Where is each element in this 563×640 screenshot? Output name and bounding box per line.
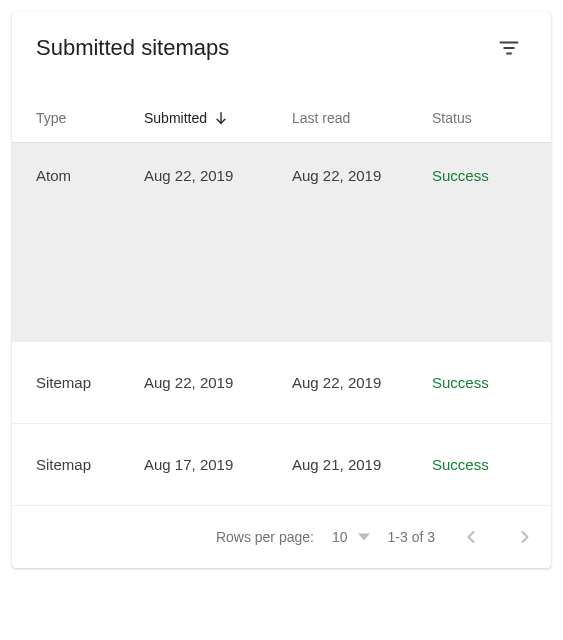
filter-button[interactable] — [491, 30, 527, 66]
cell-submitted: Aug 22, 2019 — [144, 374, 292, 391]
cell-status: Success — [432, 167, 551, 184]
cell-status: Success — [432, 374, 551, 391]
table-row[interactable]: Sitemap Aug 17, 2019 Aug 21, 2019 Succes… — [12, 424, 551, 506]
table-header-row: Type Submitted Last read Status — [12, 94, 551, 142]
column-header-submitted[interactable]: Submitted — [144, 110, 292, 126]
table-row[interactable]: Atom Aug 22, 2019 Aug 22, 2019 Success — [12, 142, 551, 342]
triangle-down-icon — [358, 531, 370, 543]
cell-type: Sitemap — [36, 456, 144, 473]
column-header-label: Type — [36, 110, 66, 126]
prev-page-button[interactable] — [453, 519, 489, 555]
column-header-status[interactable]: Status — [432, 110, 551, 126]
chevron-left-icon — [461, 527, 481, 547]
card-header: Submitted sitemaps — [12, 12, 551, 78]
cell-type: Atom — [36, 167, 144, 184]
pagination-range: 1-3 of 3 — [388, 529, 435, 545]
cell-last-read: Aug 21, 2019 — [292, 456, 432, 473]
cell-submitted: Aug 17, 2019 — [144, 456, 292, 473]
column-header-label: Last read — [292, 110, 350, 126]
column-header-label: Status — [432, 110, 472, 126]
arrow-down-icon — [213, 110, 229, 126]
rows-per-page-value: 10 — [332, 529, 348, 545]
column-header-label: Submitted — [144, 110, 207, 126]
table-row[interactable]: Sitemap Aug 22, 2019 Aug 22, 2019 Succes… — [12, 342, 551, 424]
svg-marker-4 — [358, 533, 370, 540]
cell-last-read: Aug 22, 2019 — [292, 374, 432, 391]
column-header-type[interactable]: Type — [36, 110, 144, 126]
table-footer: Rows per page: 10 1-3 of 3 — [12, 506, 551, 568]
card-title: Submitted sitemaps — [36, 35, 229, 61]
rows-per-page-select[interactable]: 10 — [332, 529, 370, 545]
rows-per-page-label: Rows per page: — [216, 529, 314, 545]
cell-status: Success — [432, 456, 551, 473]
cell-submitted: Aug 22, 2019 — [144, 167, 292, 184]
submitted-sitemaps-card: Submitted sitemaps Type Submitted Last r… — [12, 12, 551, 568]
chevron-right-icon — [515, 527, 535, 547]
next-page-button[interactable] — [507, 519, 543, 555]
filter-icon — [498, 37, 520, 59]
cell-last-read: Aug 22, 2019 — [292, 167, 432, 184]
cell-type: Sitemap — [36, 374, 144, 391]
column-header-last-read[interactable]: Last read — [292, 110, 432, 126]
